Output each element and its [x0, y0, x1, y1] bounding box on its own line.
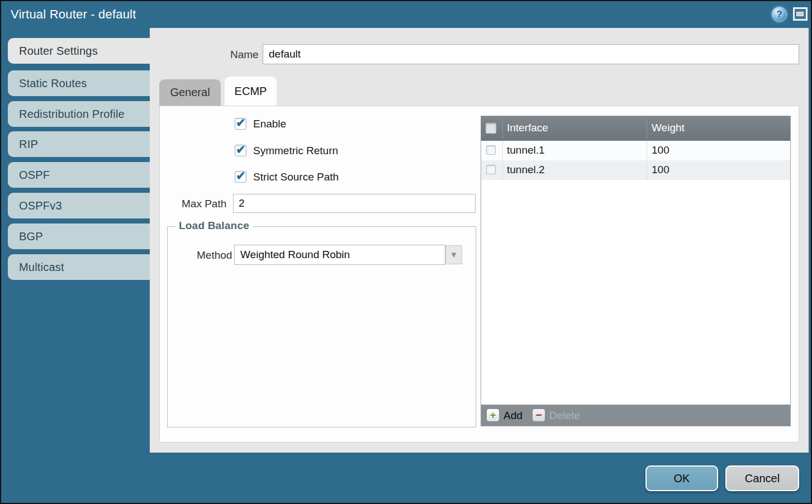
row-checkbox[interactable]	[486, 145, 496, 155]
interface-table: Interface Weight tunnel.1 100 tunnel.2	[481, 116, 791, 426]
header-separator	[647, 118, 647, 139]
symmetric-return-checkbox[interactable]	[235, 145, 246, 156]
content-area: Name General ECMP Enable Symmetric Retur…	[150, 28, 809, 453]
minus-icon: −	[532, 408, 545, 422]
name-label: Name	[230, 49, 259, 61]
row-checkbox[interactable]	[486, 165, 496, 174]
table-header: Interface Weight	[481, 116, 790, 141]
plus-icon: +	[486, 408, 500, 422]
header-separator	[502, 118, 503, 139]
cell-weight: 100	[652, 144, 669, 156]
table-toolbar: + Add − Delete	[481, 405, 790, 426]
method-label: Method	[197, 249, 232, 261]
strict-source-path-checkbox[interactable]	[235, 171, 246, 183]
name-input[interactable]	[263, 44, 799, 64]
popout-icon[interactable]	[793, 7, 808, 21]
tab-general[interactable]: General	[159, 79, 221, 106]
titlebar: Virtual Router - default ?	[1, 1, 811, 28]
table-row[interactable]: tunnel.1 100	[481, 141, 790, 160]
sidebar-item-rip[interactable]: RIP	[8, 131, 150, 157]
max-path-label: Max Path	[182, 198, 226, 210]
row-separator	[502, 160, 503, 180]
ecmp-panel: Enable Symmetric Return Strict Source Pa…	[159, 106, 799, 443]
delete-button-label: Delete	[549, 410, 580, 422]
method-dropdown[interactable]: Weighted Round Robin	[234, 245, 445, 265]
sidebar-item-bgp[interactable]: BGP	[8, 224, 150, 249]
column-header-weight[interactable]: Weight	[652, 122, 685, 134]
cell-interface: tunnel.1	[507, 144, 545, 156]
strict-source-path-label: Strict Source Path	[253, 171, 339, 183]
load-balance-group: Load Balance Method Weighted Round Robin…	[167, 226, 476, 427]
row-separator	[647, 141, 647, 160]
sidebar-item-redistribution-profile[interactable]: Redistribution Profile	[8, 101, 150, 127]
virtual-router-dialog: Virtual Router - default ? Router Settin…	[0, 0, 812, 504]
cancel-button[interactable]: Cancel	[725, 465, 799, 491]
load-balance-legend: Load Balance	[175, 220, 253, 232]
enable-label: Enable	[253, 118, 286, 130]
chevron-down-icon: ▼	[446, 246, 462, 264]
row-separator	[647, 160, 647, 180]
enable-checkbox[interactable]	[235, 118, 246, 130]
tab-ecmp[interactable]: ECMP	[225, 77, 277, 106]
select-all-checkbox[interactable]	[486, 123, 496, 134]
popout-icon-inner	[796, 12, 804, 16]
max-path-input[interactable]	[233, 194, 476, 213]
sidebar-item-router-settings[interactable]: Router Settings	[8, 38, 150, 64]
dialog-title: Virtual Router - default	[11, 7, 136, 22]
add-button-label: Add	[504, 410, 523, 422]
cell-weight: 100	[652, 164, 669, 176]
sidebar-item-static-routes[interactable]: Static Routes	[8, 70, 150, 96]
ok-button[interactable]: OK	[645, 465, 718, 491]
symmetric-return-label: Symmetric Return	[253, 145, 338, 157]
sidebar-item-ospf[interactable]: OSPF	[8, 162, 150, 188]
column-header-interface[interactable]: Interface	[507, 122, 548, 134]
row-separator	[502, 141, 503, 160]
table-row[interactable]: tunnel.2 100	[481, 160, 790, 180]
sidebar-item-ospfv3[interactable]: OSPFv3	[8, 193, 150, 218]
help-icon[interactable]: ?	[772, 7, 787, 22]
cell-interface: tunnel.2	[507, 164, 545, 176]
method-dropdown-button[interactable]: ▼	[445, 245, 462, 264]
sidebar-item-multicast[interactable]: Multicast	[8, 254, 150, 280]
